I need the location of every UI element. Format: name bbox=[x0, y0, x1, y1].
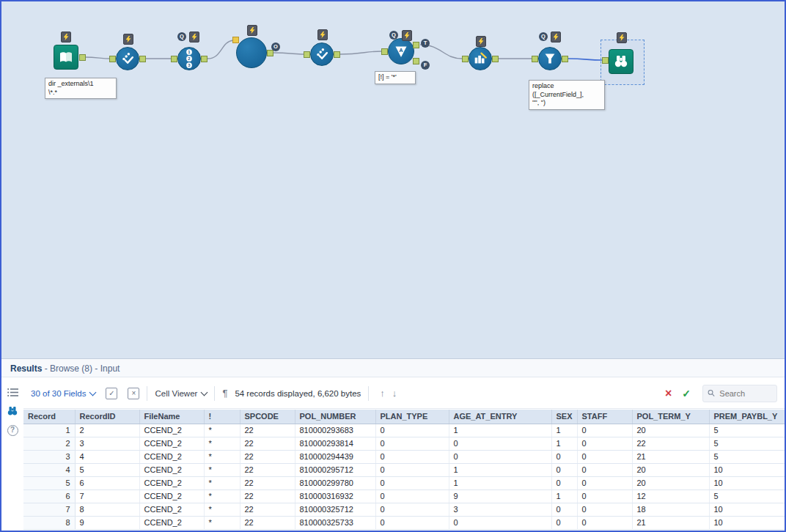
table-cell[interactable]: 810000295712 bbox=[295, 463, 375, 476]
column-header[interactable]: POL_TERM_Y bbox=[632, 410, 709, 424]
input-anchor[interactable] bbox=[381, 48, 388, 55]
cancel-icon[interactable]: × bbox=[665, 387, 672, 400]
table-cell[interactable]: 5 bbox=[709, 489, 785, 503]
table-cell[interactable]: CCEND_2 bbox=[139, 424, 204, 437]
table-cell[interactable]: 0 bbox=[577, 489, 632, 503]
table-cell[interactable]: 0 bbox=[449, 516, 551, 529]
connection-wire[interactable] bbox=[340, 51, 381, 54]
record-number-cell[interactable]: 3 bbox=[23, 450, 75, 463]
search-input[interactable] bbox=[718, 388, 772, 399]
table-cell[interactable]: 5 bbox=[75, 463, 139, 476]
list-view-icon[interactable] bbox=[5, 385, 20, 399]
table-cell[interactable]: 22 bbox=[240, 516, 295, 529]
fields-dropdown[interactable]: 30 of 30 Fields bbox=[31, 389, 95, 398]
formula-tool-annotation[interactable]: replace ([_CurrentField_], '"', '') bbox=[529, 80, 605, 110]
table-cell[interactable]: 5 bbox=[709, 424, 785, 437]
table-row[interactable]: 7 8 CCEND_2 * 22 810000325712 0 3 0 0 18… bbox=[23, 503, 785, 516]
table-row[interactable]: 3 4 CCEND_2 * 22 810000294439 0 0 0 0 21… bbox=[23, 450, 785, 463]
table-cell[interactable]: * bbox=[204, 424, 240, 437]
table-cell[interactable]: 0 bbox=[577, 450, 632, 463]
connection-wire[interactable] bbox=[207, 40, 233, 59]
table-cell[interactable]: 810000293683 bbox=[295, 424, 375, 437]
table-cell[interactable]: 0 bbox=[551, 503, 577, 516]
table-cell[interactable]: 5 bbox=[709, 437, 785, 450]
table-cell[interactable]: 1 bbox=[449, 476, 551, 489]
show-whitespace-icon[interactable]: ¶ bbox=[222, 388, 227, 399]
table-cell[interactable]: 810000325733 bbox=[295, 516, 375, 529]
table-cell[interactable]: 810000293814 bbox=[295, 437, 375, 450]
table-cell[interactable]: 0 bbox=[375, 463, 449, 476]
input-anchor[interactable] bbox=[109, 56, 116, 62]
table-cell[interactable]: 22 bbox=[240, 489, 295, 503]
table-cell[interactable]: 1 bbox=[551, 489, 577, 503]
scroll-down-icon[interactable]: ↓ bbox=[392, 388, 397, 399]
table-row[interactable]: 6 7 CCEND_2 * 22 810000316932 0 9 1 0 12… bbox=[23, 489, 785, 503]
table-cell[interactable]: 3 bbox=[449, 503, 551, 516]
table-row[interactable]: 2 3 CCEND_2 * 22 810000293814 0 0 1 0 22… bbox=[23, 437, 785, 450]
column-header[interactable]: RecordID bbox=[75, 410, 139, 424]
column-header[interactable]: ! bbox=[204, 410, 240, 424]
output-anchor[interactable] bbox=[139, 56, 146, 62]
table-cell[interactable]: 10 bbox=[709, 463, 785, 476]
table-cell[interactable]: 10 bbox=[709, 503, 785, 516]
table-cell[interactable]: * bbox=[204, 516, 240, 529]
table-cell[interactable]: * bbox=[204, 503, 240, 516]
multi-field-formula-tool[interactable] bbox=[538, 47, 562, 70]
record-number-cell[interactable]: 7 bbox=[23, 503, 75, 516]
table-cell[interactable]: 5 bbox=[709, 450, 785, 463]
table-cell[interactable]: 20 bbox=[632, 424, 709, 437]
column-header[interactable]: FileName bbox=[139, 410, 204, 424]
column-header[interactable]: Record bbox=[23, 410, 75, 424]
macro-input-anchor[interactable] bbox=[232, 37, 239, 43]
table-cell[interactable]: * bbox=[204, 437, 240, 450]
column-header[interactable]: SPCODE bbox=[240, 410, 295, 424]
table-cell[interactable]: CCEND_2 bbox=[139, 489, 204, 503]
table-cell[interactable]: 0 bbox=[577, 424, 632, 437]
connection-wire[interactable] bbox=[85, 57, 110, 59]
column-header[interactable]: STAFF bbox=[577, 410, 632, 424]
table-cell[interactable]: 0 bbox=[551, 476, 577, 489]
table-cell[interactable]: 810000294439 bbox=[295, 450, 375, 463]
input-anchor[interactable] bbox=[171, 56, 177, 62]
table-cell[interactable]: 0 bbox=[375, 516, 449, 529]
table-row[interactable]: 8 9 CCEND_2 * 22 810000325733 0 0 0 0 21… bbox=[23, 516, 785, 529]
table-cell[interactable]: 0 bbox=[375, 437, 449, 450]
input-data-tool[interactable] bbox=[54, 45, 78, 70]
input-anchor[interactable] bbox=[532, 56, 538, 62]
select-all-fields-icon[interactable]: ✓ bbox=[106, 388, 117, 399]
output-anchor[interactable] bbox=[334, 51, 340, 58]
table-cell[interactable]: 22 bbox=[240, 437, 295, 450]
table-cell[interactable]: 0 bbox=[449, 437, 551, 450]
record-number-cell[interactable]: 5 bbox=[23, 476, 75, 489]
column-header[interactable]: POL_NUMBER bbox=[295, 410, 375, 424]
table-cell[interactable]: 0 bbox=[577, 476, 632, 489]
record-number-cell[interactable]: 6 bbox=[23, 489, 75, 503]
table-cell[interactable]: 0 bbox=[577, 503, 632, 516]
table-cell[interactable]: CCEND_2 bbox=[139, 476, 204, 489]
table-cell[interactable]: 0 bbox=[449, 450, 551, 463]
input-anchor[interactable] bbox=[304, 51, 310, 58]
table-cell[interactable]: CCEND_2 bbox=[139, 463, 204, 476]
table-cell[interactable]: 0 bbox=[551, 463, 577, 476]
results-table-container[interactable]: Record RecordID FileName ! SPCODE POL_NU… bbox=[23, 410, 785, 531]
table-cell[interactable]: 20 bbox=[632, 476, 709, 489]
table-cell[interactable]: 810000299780 bbox=[295, 476, 375, 489]
table-cell[interactable]: 22 bbox=[632, 437, 709, 450]
table-cell[interactable]: CCEND_2 bbox=[139, 437, 204, 450]
column-header[interactable]: PLAN_TYPE bbox=[375, 410, 449, 424]
check-tool[interactable] bbox=[116, 47, 139, 70]
output-anchor[interactable] bbox=[79, 54, 86, 61]
table-cell[interactable]: 6 bbox=[75, 476, 139, 489]
apply-icon[interactable]: ✓ bbox=[682, 388, 691, 399]
column-header[interactable]: AGE_AT_ENTRY bbox=[449, 410, 551, 424]
help-icon[interactable]: ? bbox=[7, 425, 18, 436]
table-cell[interactable]: 3 bbox=[75, 437, 139, 450]
browse-view-icon[interactable] bbox=[5, 404, 20, 418]
table-cell[interactable]: 22 bbox=[240, 476, 295, 489]
input-anchor[interactable] bbox=[462, 56, 469, 62]
table-cell[interactable]: * bbox=[204, 489, 240, 503]
input-tool-annotation[interactable]: dir _externals\1 \*.* bbox=[45, 78, 117, 99]
table-cell[interactable]: 21 bbox=[632, 450, 709, 463]
table-cell[interactable]: * bbox=[204, 450, 240, 463]
output-anchor[interactable] bbox=[201, 56, 207, 62]
